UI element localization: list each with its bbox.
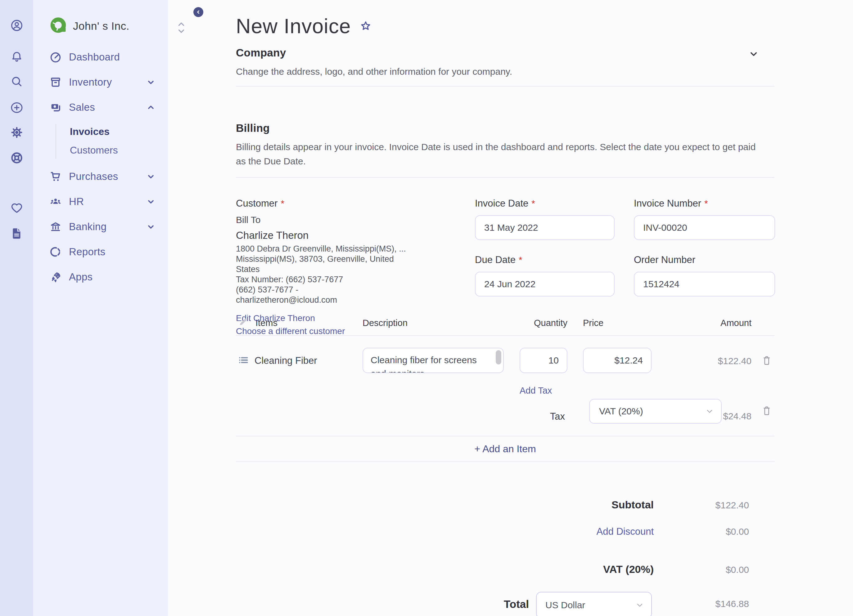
- subtotal-value: $122.40: [671, 500, 749, 510]
- billing-section: Billing Billing details appear in your i…: [236, 122, 774, 168]
- sidebar-collapse-button[interactable]: [193, 7, 203, 17]
- search-icon[interactable]: [10, 75, 23, 88]
- column-header-items: Items: [255, 318, 278, 328]
- apps-rocket-icon: [49, 271, 62, 283]
- item-name: Cleaning Fiber: [255, 355, 317, 366]
- company-switcher-row: John' s Inc.: [33, 14, 168, 39]
- favorites-heart-icon[interactable]: [10, 201, 23, 214]
- table-header-divider: [236, 335, 774, 336]
- sidebar: John' s Inc. Dashboard: [33, 0, 168, 616]
- customer-name: Charlize Theron: [236, 230, 472, 241]
- item-list-icon: [237, 354, 250, 366]
- total-label: Total: [343, 598, 529, 610]
- customer-tax-number: Tax Number: (662) 537-7677: [236, 275, 343, 284]
- banking-bank-icon: [49, 220, 62, 233]
- tax-select-value: VAT (20%): [599, 406, 643, 416]
- sidebar-item-purchases[interactable]: Purchases: [33, 164, 168, 189]
- page-header: New Invoice: [236, 14, 372, 38]
- billing-section-title: Billing: [236, 122, 774, 134]
- customer-phone: (662) 537-7677 -: [236, 285, 298, 294]
- column-header-description: Description: [363, 318, 408, 328]
- dashboard-icon: [49, 51, 62, 64]
- billing-section-description: Billing details appear in your invoice. …: [236, 140, 763, 168]
- section-divider: [236, 177, 774, 178]
- sidebar-item-dashboard[interactable]: Dashboard: [33, 44, 168, 70]
- invoice-date-input[interactable]: [475, 215, 615, 240]
- sidebar-item-invoices[interactable]: Invoices: [33, 122, 168, 141]
- company-expand-chevron-icon[interactable]: [748, 48, 759, 59]
- order-number-field: Order Number: [634, 254, 775, 297]
- currency-select[interactable]: US Dollar: [536, 592, 652, 616]
- sidebar-item-sales[interactable]: Sales: [33, 95, 168, 120]
- notifications-bell-icon[interactable]: [10, 50, 23, 63]
- sidebar-item-banking[interactable]: Banking: [33, 214, 168, 239]
- account-icon[interactable]: [10, 19, 23, 32]
- delete-tax-trash-icon[interactable]: [762, 406, 772, 416]
- invoice-date-field: Invoice Date*: [475, 198, 615, 240]
- customer-address: 1800 Debra Dr Greenville, Mississippi(MS…: [236, 244, 472, 305]
- tax-amount: $24.48: [689, 411, 751, 422]
- invoice-number-input[interactable]: [634, 215, 775, 240]
- sidebar-item-hr[interactable]: HR: [33, 189, 168, 214]
- company-switch-control[interactable]: [177, 21, 186, 33]
- column-header-quantity: Quantity: [520, 318, 568, 328]
- tax-row-label: Tax: [493, 411, 565, 422]
- settings-gear-icon[interactable]: [10, 126, 23, 139]
- currency-select-value: US Dollar: [545, 600, 585, 610]
- item-description-textarea[interactable]: Cleaning fiber for screens and monitors: [363, 348, 503, 373]
- edit-pencil-icon: [238, 316, 249, 327]
- company-logo[interactable]: [49, 16, 68, 35]
- item-quantity-input[interactable]: [520, 348, 568, 373]
- sidebar-nav: Dashboard Inventory: [33, 44, 168, 289]
- favorite-star-icon[interactable]: [359, 20, 372, 33]
- page-title: New Invoice: [236, 14, 351, 38]
- sidebar-item-customers[interactable]: Customers: [33, 141, 168, 159]
- chevron-down-icon: [635, 601, 644, 610]
- subtotal-label: Subtotal: [467, 499, 654, 511]
- add-new-icon[interactable]: [10, 101, 23, 114]
- item-amount: $122.40: [689, 356, 751, 366]
- support-lifering-icon[interactable]: [10, 151, 23, 164]
- customer-label: Customer: [236, 198, 278, 209]
- sidebar-item-inventory[interactable]: Inventory: [33, 70, 168, 95]
- description-scrollbar-thumb[interactable]: [496, 350, 501, 365]
- section-divider: [236, 86, 774, 86]
- vat-total-label: VAT (20%): [467, 563, 654, 575]
- main-content: New Invoice Company Change the address, …: [168, 0, 853, 616]
- add-item-button[interactable]: + Add an Item: [236, 443, 774, 455]
- sidebar-item-apps[interactable]: Apps: [33, 264, 168, 289]
- reports-chart-icon: [49, 245, 62, 258]
- table-divider: [236, 436, 774, 436]
- item-price-input[interactable]: [583, 348, 651, 373]
- bill-to-label: Bill To: [236, 215, 472, 225]
- due-date-field: Due Date*: [475, 254, 615, 297]
- invoice-number-field: Invoice Number*: [634, 198, 775, 240]
- order-number-input[interactable]: [634, 272, 775, 297]
- chevron-down-icon[interactable]: [146, 221, 156, 232]
- column-header-amount: Amount: [689, 318, 751, 328]
- company-name: John' s Inc.: [73, 20, 129, 32]
- inventory-box-icon: [49, 76, 62, 89]
- customer-email: charlizetheron@icloud.com: [236, 295, 337, 304]
- chevron-down-icon[interactable]: [146, 77, 156, 88]
- sales-submenu: Invoices Customers: [33, 122, 168, 159]
- submenu-indent-line: [56, 124, 56, 159]
- total-value: $146.88: [671, 599, 749, 609]
- due-date-input[interactable]: [475, 272, 615, 297]
- chevron-up-icon[interactable]: [146, 102, 156, 113]
- add-discount-link[interactable]: Add Discount: [467, 526, 654, 537]
- company-section: Company Change the address, logo, and ot…: [236, 47, 774, 79]
- vat-total-value: $0.00: [671, 565, 749, 575]
- delete-item-trash-icon[interactable]: [762, 355, 772, 366]
- add-tax-link[interactable]: Add Tax: [520, 386, 552, 396]
- item-description-box: Cleaning fiber for screens and monitors: [363, 348, 504, 373]
- chevron-down-icon[interactable]: [146, 171, 156, 182]
- hr-people-icon: [49, 195, 62, 208]
- purchases-cart-icon: [49, 170, 62, 183]
- documents-icon[interactable]: [10, 227, 23, 240]
- required-asterisk: *: [281, 198, 284, 209]
- customer-block: Customer* Bill To Charlize Theron 1800 D…: [236, 198, 472, 336]
- sales-money-icon: [49, 101, 62, 114]
- sidebar-item-reports[interactable]: Reports: [33, 239, 168, 264]
- chevron-down-icon[interactable]: [146, 196, 156, 207]
